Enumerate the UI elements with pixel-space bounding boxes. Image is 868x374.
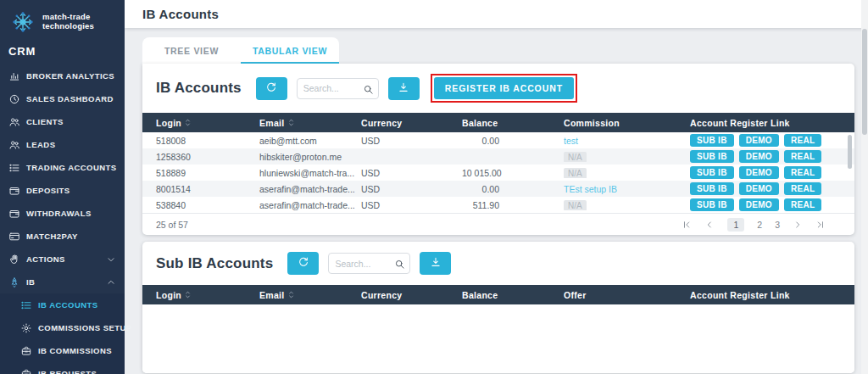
demo-button[interactable]: DEMO: [739, 198, 779, 211]
table-row: 518008aeib@mtt.comUSD0.00testSUB IBDEMOR…: [142, 132, 854, 148]
sidebar-item-broker-analytics[interactable]: BROKER ANALYTICS: [0, 64, 125, 87]
sub-ib-search-box: [328, 253, 410, 274]
refresh-button[interactable]: [287, 252, 319, 275]
sidebar-item-ib-requests[interactable]: IB REQUESTS: [0, 362, 125, 374]
real-button[interactable]: REAL: [784, 198, 821, 211]
sub-ib-table: LoginEmailCurrencyBalanceOfferAccount Re…: [142, 285, 854, 373]
register-ib-account-button[interactable]: REGISTER IB ACCOUNT: [434, 77, 574, 99]
sidebar-item-label: IB COMMISSIONS: [38, 346, 112, 355]
next-page-button[interactable]: [793, 220, 803, 230]
pagination: 123: [682, 218, 841, 232]
export-download-button[interactable]: [388, 77, 420, 100]
demo-button[interactable]: DEMO: [739, 182, 779, 195]
email-cell: aserafin@match-trade...: [259, 184, 361, 194]
table-row: 518889hluniewski@match-tra...USD10 015.0…: [142, 165, 854, 181]
real-button[interactable]: REAL: [784, 166, 821, 179]
account-register-link-cell: SUB IBDEMOREAL: [690, 166, 841, 179]
sort-icon: [287, 118, 295, 127]
sidebar-item-clients[interactable]: CLIENTS: [0, 110, 125, 133]
email-cell: aeib@mtt.com: [259, 136, 361, 146]
ib-accounts-toolbar: IB Accounts REGISTER IB ACCOUNT: [142, 64, 854, 113]
account-register-link-cell: SUB IBDEMOREAL: [690, 150, 841, 163]
sidebar-item-leads[interactable]: LEADS: [0, 133, 125, 156]
ib-table-body: 518008aeib@mtt.comUSD0.00testSUB IBDEMOR…: [142, 132, 854, 213]
last-page-button[interactable]: [815, 220, 826, 230]
commission-na-badge: N/A: [564, 200, 587, 210]
column-header-login[interactable]: Login: [156, 290, 259, 300]
sidebar-item-ib[interactable]: IB: [0, 271, 125, 293]
account-register-link-cell: SUB IBDEMOREAL: [690, 134, 841, 147]
sidebar-item-label: SALES DASHBOARD: [26, 94, 114, 103]
real-button[interactable]: REAL: [784, 134, 821, 147]
currency-cell: USD: [361, 136, 462, 146]
currency-cell: USD: [361, 184, 462, 194]
sub-ib-button[interactable]: SUB IB: [690, 166, 734, 179]
column-header-login[interactable]: Login: [156, 118, 259, 128]
sort-icon: [184, 290, 192, 299]
column-header-label: Account Register Link: [690, 290, 790, 300]
refresh-button[interactable]: [256, 77, 287, 100]
chevron-down-icon: [106, 254, 116, 265]
first-page-button[interactable]: [682, 220, 692, 230]
column-header-label: Email: [259, 118, 285, 128]
sidebar-item-deposits[interactable]: DEPOSITS: [0, 179, 125, 202]
previous-page-button[interactable]: [704, 220, 715, 230]
tab-tabular-view[interactable]: TABULAR VIEW: [241, 37, 339, 64]
sub-ib-button[interactable]: SUB IB: [690, 134, 734, 147]
sub-ib-toolbar: Sub IB Accounts: [142, 242, 854, 285]
refresh-icon: [298, 256, 309, 271]
page-scrollbar-thumb[interactable]: [862, 29, 867, 135]
sort-icon: [184, 118, 192, 127]
sub-ib-button[interactable]: SUB IB: [690, 150, 734, 163]
sidebar-item-actions[interactable]: ACTIONS: [0, 248, 125, 271]
sidebar-item-ib-commissions[interactable]: IB COMMISSIONS: [0, 339, 125, 362]
demo-button[interactable]: DEMO: [739, 134, 779, 147]
table-row: 1258360hibskiter@proton.meN/ASUB IBDEMOR…: [142, 148, 854, 165]
list-icon: [20, 299, 32, 311]
column-header-label: Commission: [564, 118, 620, 128]
page-number-1[interactable]: 1: [727, 218, 744, 232]
sidebar-item-trading-accounts[interactable]: TRADING ACCOUNTS: [0, 156, 125, 179]
ib-search-input[interactable]: [303, 83, 363, 93]
ib-accounts-section-title: IB Accounts: [156, 80, 242, 97]
sidebar-item-withdrawals[interactable]: WITHDRAWALS: [0, 202, 125, 225]
demo-button[interactable]: DEMO: [739, 150, 779, 163]
sub-ib-button[interactable]: SUB IB: [690, 182, 734, 195]
export-download-button[interactable]: [420, 252, 451, 275]
search-icon: [363, 83, 374, 94]
table-scrollbar-thumb[interactable]: [848, 135, 852, 169]
sidebar-item-label: WITHDRAWALS: [26, 209, 92, 218]
real-button[interactable]: REAL: [784, 182, 821, 195]
sub-ib-search-input[interactable]: [335, 259, 394, 269]
login-cell: 8001514: [156, 184, 259, 194]
page-scrollbar[interactable]: [861, 0, 868, 374]
sidebar-item-match2pay[interactable]: MATCH2PAY: [0, 225, 125, 248]
column-header-email[interactable]: Email: [259, 290, 361, 300]
sidebar-item-sales-dashboard[interactable]: SALES DASHBOARD: [0, 87, 125, 110]
sidebar-item-ib-accounts[interactable]: IB ACCOUNTS: [0, 293, 125, 316]
real-button[interactable]: REAL: [784, 150, 821, 163]
page-number-2[interactable]: 2: [757, 220, 762, 230]
column-header-label: Login: [156, 290, 181, 300]
sidebar-item-commissions-setup[interactable]: COMMISSIONS SETUP: [0, 316, 125, 339]
commission-link[interactable]: TEst setup IB: [564, 184, 617, 194]
page-header: IB Accounts: [125, 0, 868, 28]
sub-ib-button[interactable]: SUB IB: [690, 198, 734, 211]
users-icon: [8, 139, 20, 151]
login-cell: 518008: [156, 136, 259, 146]
column-header-label: Currency: [361, 118, 403, 128]
page-number-3[interactable]: 3: [775, 220, 780, 230]
demo-button[interactable]: DEMO: [739, 166, 779, 179]
commission-link[interactable]: test: [564, 136, 578, 146]
annotation-highlight-box: REGISTER IB ACCOUNT: [431, 74, 577, 103]
balance-cell: 511.90: [462, 200, 564, 210]
column-header-email[interactable]: Email: [259, 118, 361, 128]
login-cell: 518889: [156, 168, 259, 178]
login-cell: 538840: [156, 200, 259, 210]
tab-tree-view[interactable]: TREE VIEW: [142, 37, 241, 64]
users-icon: [8, 116, 20, 128]
search-icon: [394, 258, 405, 269]
commission-cell: N/A: [564, 152, 690, 162]
content-area: TREE VIEW TABULAR VIEW IB Accounts REGIS…: [125, 28, 868, 373]
chevron-up-icon: [106, 277, 116, 287]
